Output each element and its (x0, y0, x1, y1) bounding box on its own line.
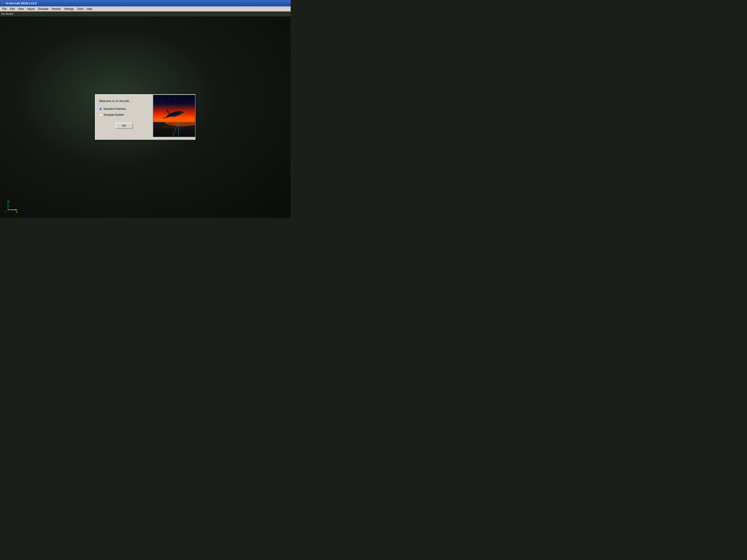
svg-text:X: X (16, 211, 18, 213)
radio-standard-label: Standard Interface (103, 107, 126, 110)
menu-adjust[interactable]: Adjust (26, 7, 36, 11)
svg-point-14 (176, 96, 176, 96)
ok-button-container: OK (99, 123, 149, 129)
svg-point-12 (163, 97, 164, 97)
radio-template-label: Template Builder (103, 113, 124, 116)
status-bar: No Model (0, 11, 291, 17)
svg-marker-4 (16, 209, 17, 210)
menu-file[interactable]: File (1, 7, 8, 11)
coordinate-axes: Z X Y (5, 199, 18, 213)
menu-settings[interactable]: Settings (62, 7, 75, 11)
welcome-text: Welcome to VI-Aircraft... (99, 99, 149, 103)
menu-help[interactable]: Help (85, 7, 94, 11)
svg-point-13 (169, 98, 169, 98)
menu-edit[interactable]: Edit (8, 7, 16, 11)
aircraft-image-panel (153, 95, 195, 137)
svg-point-41 (162, 125, 185, 129)
svg-text:Y: Y (5, 210, 6, 213)
svg-point-33 (162, 118, 163, 119)
svg-point-17 (193, 99, 193, 100)
svg-text:Z: Z (9, 200, 10, 202)
menu-view[interactable]: View (17, 7, 25, 11)
svg-point-15 (182, 97, 183, 97)
title-bar-text: VI-Aircraft 2010r1.13.0 (5, 2, 37, 5)
svg-point-34 (184, 112, 185, 112)
svg-point-18 (155, 102, 156, 102)
no-model-status: No Model (1, 12, 13, 16)
svg-point-19 (161, 100, 161, 101)
radio-standard-input[interactable] (99, 108, 102, 110)
svg-point-32 (172, 116, 173, 117)
app-icon: ✕ (1, 1, 4, 5)
ok-button[interactable]: OK (115, 123, 133, 129)
welcome-dialog: Welcome to VI-Aircraft... Standard Inter… (95, 94, 196, 140)
svg-point-11 (157, 97, 158, 98)
menu-review[interactable]: Review (50, 7, 62, 11)
radio-template-builder[interactable]: Template Builder (99, 113, 149, 116)
radio-template-input[interactable] (99, 113, 102, 116)
radio-standard-interface[interactable]: Standard Interface (99, 107, 149, 110)
menu-tools[interactable]: Tools (76, 7, 85, 11)
dialog-left-panel: Welcome to VI-Aircraft... Standard Inter… (96, 95, 153, 139)
svg-point-30 (170, 117, 171, 118)
svg-point-20 (189, 102, 190, 102)
svg-point-16 (188, 96, 188, 97)
main-area: Z X Y Welcome to VI-Aircraft... Standard… (0, 17, 291, 218)
title-bar: ✕ VI-Aircraft 2010r1.13.0 (0, 0, 291, 6)
menu-simulate[interactable]: Simulate (36, 7, 50, 11)
aircraft-scene-svg (153, 95, 195, 137)
menu-bar: File Edit View Adjust Simulate Review Se… (0, 6, 291, 11)
